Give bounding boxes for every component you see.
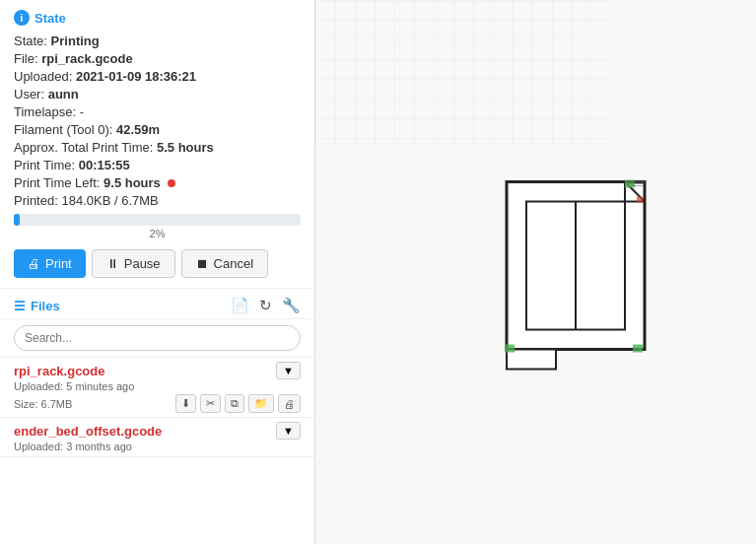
file-uploaded: Uploaded: 5 minutes ago [14, 380, 301, 392]
state-timelapse-label: Timelapse: [14, 104, 76, 119]
file-size-row: Size: 6.7MB ⬇ ✂ ⧉ 📁 🖨 [14, 394, 301, 413]
state-time-left-value: 9.5 hours [103, 175, 161, 190]
refresh-icon[interactable]: ↻ [259, 297, 272, 314]
file-folder-button[interactable]: 📁 [248, 394, 274, 413]
files-toolbar: 📄 ↻ 🔧 [231, 297, 301, 314]
file-list: rpi_rack.gcode ▼ Uploaded: 5 minutes ago… [0, 358, 314, 544]
state-status-value: Printing [51, 34, 100, 48]
state-file-label: File: [14, 51, 38, 66]
file-uploaded: Uploaded: 3 months ago [14, 441, 301, 452]
state-file-value: rpi_rack.gcode [41, 51, 133, 66]
list-item: ender_bed_offset.gcode ▼ Uploaded: 3 mon… [0, 418, 314, 457]
state-status-row: State: Printing [14, 34, 301, 48]
cancel-button[interactable]: ⏹ Cancel [181, 249, 268, 278]
file-print-button[interactable]: 🖨 [278, 394, 301, 413]
progress-container: 2% [14, 214, 301, 239]
state-heading: State [34, 11, 66, 26]
info-icon: i [14, 10, 30, 26]
search-row [0, 319, 314, 358]
progress-label: 2% [14, 228, 301, 239]
pause-icon: ⏸ [106, 256, 119, 271]
list-icon: ☰ [14, 299, 26, 313]
state-file-row: File: rpi_rack.gcode [14, 51, 301, 66]
left-panel: i State State: Printing File: rpi_rack.g… [0, 0, 315, 544]
files-header: ☰ Files 📄 ↻ 🔧 [0, 289, 314, 319]
state-section: i State State: Printing File: rpi_rack.g… [0, 0, 314, 289]
file-actions: ⬇ ✂ ⧉ 📁 🖨 [175, 394, 301, 413]
state-print-time-value: 00:15:55 [79, 158, 130, 172]
file-item-header: rpi_rack.gcode ▼ [14, 362, 301, 379]
state-print-time-label: Print Time: [14, 158, 75, 172]
state-timelapse-value: - [80, 104, 84, 119]
grid-background [315, 0, 611, 148]
state-print-time-row: Print Time: 00:15:55 [14, 158, 301, 172]
files-title: ☰ Files [14, 299, 60, 313]
svg-rect-13 [637, 197, 643, 203]
state-printed-row: Printed: 184.0KB / 6.7MB [14, 193, 301, 208]
state-printed-value: 184.0KB / 6.7MB [61, 193, 158, 208]
state-time-left-row: Print Time Left: 9.5 hours [14, 175, 301, 190]
state-user-label: User: [14, 87, 44, 102]
state-title: i State [14, 10, 301, 26]
file-copy-button[interactable]: ⧉ [225, 394, 244, 413]
print-model-svg [477, 153, 674, 389]
file-download-button[interactable]: ⬇ [175, 394, 196, 413]
file-item-header: ender_bed_offset.gcode ▼ [14, 422, 301, 440]
state-filament-label: Filament (Tool 0): [14, 122, 112, 137]
state-timelapse-row: Timelapse: - [14, 104, 301, 119]
list-item: rpi_rack.gcode ▼ Uploaded: 5 minutes ago… [0, 358, 314, 418]
state-uploaded-row: Uploaded: 2021-01-09 18:36:21 [14, 69, 301, 84]
buttons-row: 🖨 Print ⏸ Pause ⏹ Cancel [14, 249, 301, 278]
state-uploaded-label: Uploaded: [14, 69, 72, 84]
settings-icon[interactable]: 🔧 [282, 297, 301, 314]
state-user-value: aunn [48, 87, 79, 102]
print-button-label: Print [45, 256, 72, 271]
print-icon: 🖨 [28, 256, 40, 271]
state-approx-label: Approx. Total Print Time: [14, 140, 153, 155]
search-input[interactable] [14, 325, 301, 351]
file-cut-button[interactable]: ✂ [200, 394, 221, 413]
print-preview [477, 153, 674, 392]
file-size: Size: 6.7MB [14, 398, 72, 410]
state-uploaded-value: 2021-01-09 18:36:21 [76, 69, 196, 84]
file-name: ender_bed_offset.gcode [14, 424, 162, 439]
svg-rect-9 [633, 345, 643, 353]
files-heading: Files [31, 299, 60, 313]
state-status-label: State: [14, 34, 47, 48]
stop-icon: ⏹ [196, 256, 209, 271]
state-filament-row: Filament (Tool 0): 42.59m [14, 122, 301, 137]
print-button[interactable]: 🖨 Print [14, 249, 86, 278]
state-filament-value: 42.59m [116, 122, 160, 137]
progress-bar-outer [14, 214, 301, 226]
right-panel [315, 0, 756, 544]
file-expand-button[interactable]: ▼ [276, 362, 301, 379]
file-name: rpi_rack.gcode [14, 364, 105, 378]
svg-rect-8 [505, 345, 515, 353]
state-time-left-label: Print Time Left: [14, 175, 100, 190]
state-approx-row: Approx. Total Print Time: 5.5 hours [14, 140, 301, 155]
new-file-icon[interactable]: 📄 [231, 297, 249, 314]
cancel-button-label: Cancel [214, 256, 253, 271]
state-printed-label: Printed: [14, 193, 58, 208]
progress-bar-inner [14, 214, 20, 226]
pause-button[interactable]: ⏸ Pause [92, 249, 175, 278]
file-expand-button[interactable]: ▼ [276, 422, 301, 440]
state-approx-value: 5.5 hours [157, 140, 214, 155]
state-user-row: User: aunn [14, 87, 301, 102]
time-left-indicator [168, 179, 175, 187]
pause-button-label: Pause [124, 256, 161, 271]
svg-rect-0 [315, 0, 611, 148]
